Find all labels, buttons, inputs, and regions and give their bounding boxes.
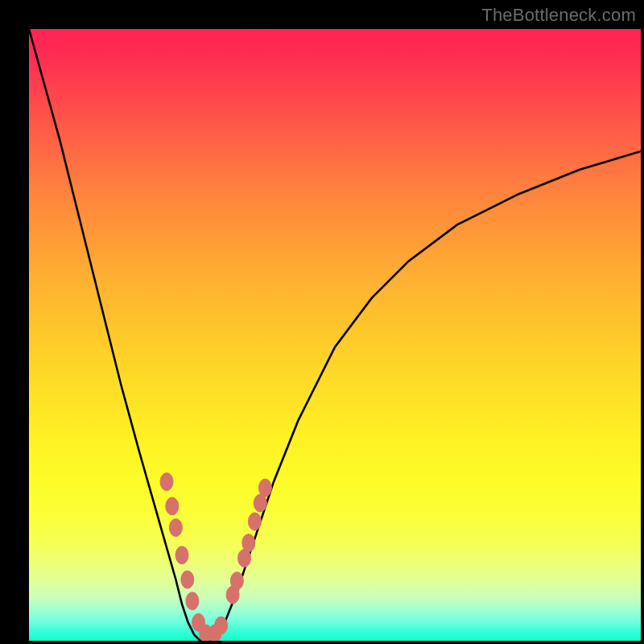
marker-point — [215, 617, 228, 634]
marker-point — [166, 497, 179, 515]
marker-point — [258, 479, 271, 497]
marker-point — [175, 547, 188, 564]
chart-frame: TheBottleneck.com — [0, 0, 644, 644]
plot-area — [29, 29, 641, 641]
chart-svg — [29, 29, 641, 641]
marker-point — [186, 592, 199, 610]
marker-point — [242, 534, 255, 551]
highlight-markers — [160, 473, 271, 641]
watermark-text: TheBottleneck.com — [481, 5, 636, 26]
marker-point — [169, 518, 182, 536]
marker-point — [248, 513, 261, 530]
marker-point — [181, 571, 194, 588]
bottleneck-curve — [29, 29, 641, 641]
marker-point — [230, 572, 243, 590]
marker-point — [160, 473, 173, 490]
